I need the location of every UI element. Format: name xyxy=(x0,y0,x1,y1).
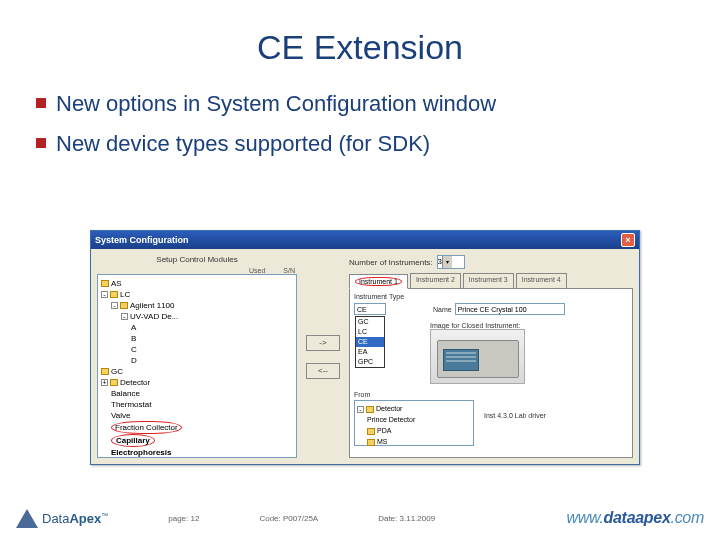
close-icon[interactable]: × xyxy=(621,233,635,247)
type-option[interactable]: GPC xyxy=(356,357,384,367)
tree-node-gc[interactable]: GC xyxy=(111,367,123,376)
tree-node-fraction[interactable]: Fraction Collector xyxy=(115,423,178,432)
tab-instrument-1[interactable]: Instrument 1 xyxy=(349,274,408,289)
module-tree[interactable]: AS -LC -Agilent 1100 -UV-VAD De... A B C… xyxy=(97,274,297,458)
type-selected: CE xyxy=(357,306,367,313)
bullet-square-icon xyxy=(36,138,46,148)
image-hint-label: Image for Closed Instrument: xyxy=(430,322,525,329)
type-option-selected[interactable]: CE xyxy=(356,337,384,347)
bullet-item: New options in System Configuration wind… xyxy=(36,91,690,117)
collapse-icon[interactable]: - xyxy=(101,291,108,298)
page-label: page: xyxy=(168,514,188,523)
left-pane-label: Setup Control Modules xyxy=(97,255,297,264)
window-title: System Configuration xyxy=(95,235,189,245)
company-logo: DataApex™ xyxy=(16,509,108,528)
tab-content: Instrument Type CE GC LC CE EA GPC xyxy=(349,288,633,458)
tab-instrument-4[interactable]: Instrument 4 xyxy=(516,273,567,288)
bullet-text: New options in System Configuration wind… xyxy=(56,91,496,117)
tree-node-thermostat[interactable]: Thermostat xyxy=(111,400,151,409)
tree-node-balance[interactable]: Balance xyxy=(111,389,140,398)
chevron-down-icon[interactable]: ▾ xyxy=(442,256,452,268)
tree-node-detector[interactable]: Detector xyxy=(120,378,150,387)
subtree-pda[interactable]: PDA xyxy=(377,427,391,434)
driver-label: Inst 4.3.0 Lab driver xyxy=(484,412,546,419)
highlight-circle-icon: Instrument 1 xyxy=(355,277,402,286)
folder-icon xyxy=(120,302,128,309)
tree-node-valve[interactable]: Valve xyxy=(111,411,130,420)
from-tree[interactable]: -Detector Prince Detector PDA MS xyxy=(354,400,474,446)
remove-button[interactable]: <-- xyxy=(306,363,340,379)
code-label: Code: xyxy=(259,514,280,523)
tree-node-as[interactable]: AS xyxy=(111,279,122,288)
name-label: Name xyxy=(433,306,452,313)
collapse-icon[interactable]: - xyxy=(121,313,128,320)
subtree-detector[interactable]: Detector xyxy=(376,405,402,412)
instrument-tabs: Instrument 1 Instrument 2 Instrument 3 I… xyxy=(349,273,633,288)
folder-icon xyxy=(367,428,375,435)
company-url: www.dataapex.com xyxy=(567,509,704,527)
header-sn: S/N xyxy=(283,267,295,274)
bullet-text: New device types supported (for SDK) xyxy=(56,131,430,157)
tree-node-agilent[interactable]: Agilent 1100 xyxy=(130,301,174,310)
window-titlebar[interactable]: System Configuration × xyxy=(91,231,639,249)
logo-triangle-icon xyxy=(16,509,38,528)
tab-instrument-2[interactable]: Instrument 2 xyxy=(410,273,461,288)
tree-node-ch-d[interactable]: D xyxy=(131,356,137,365)
name-field[interactable]: Prince CE Crystal 100 xyxy=(455,303,565,315)
folder-icon xyxy=(110,379,118,386)
instrument-count-label: Number of Instruments: xyxy=(349,258,433,267)
add-button[interactable]: -> xyxy=(306,335,340,351)
expand-icon[interactable]: + xyxy=(101,379,108,386)
device-image xyxy=(430,329,525,384)
code-value: P007/25A xyxy=(283,514,318,523)
left-pane: Setup Control Modules Used S/N AS -LC -A… xyxy=(97,255,297,458)
page-number: 12 xyxy=(191,514,200,523)
subtree-prince[interactable]: Prince Detector xyxy=(367,416,415,423)
instrument-type-select[interactable]: CE GC LC CE EA GPC xyxy=(354,303,386,315)
from-label: From xyxy=(354,391,628,398)
system-configuration-window: System Configuration × Setup Control Mod… xyxy=(90,230,640,465)
bullet-square-icon xyxy=(36,98,46,108)
type-option[interactable]: GC xyxy=(356,317,384,327)
tree-node-uvvad[interactable]: UV-VAD De... xyxy=(130,312,178,321)
type-option[interactable]: EA xyxy=(356,347,384,357)
tree-node-electrophoresis[interactable]: Electrophoresis xyxy=(111,448,171,457)
slide-title: CE Extension xyxy=(30,28,690,67)
tree-node-capillary[interactable]: Capillary xyxy=(116,436,150,445)
instrument-count-select[interactable]: 3 ▾ xyxy=(437,255,465,269)
tree-node-lc[interactable]: LC xyxy=(120,290,130,299)
highlight-circle-icon: Capillary xyxy=(111,434,155,447)
date-label: Date: xyxy=(378,514,397,523)
date-value: 3.11.2009 xyxy=(400,514,436,523)
subtree-ms[interactable]: MS xyxy=(377,438,388,445)
footer-meta: page: 12 Code: P007/25A Date: 3.11.2009 xyxy=(168,514,435,523)
folder-icon xyxy=(101,280,109,287)
right-pane: Number of Instruments: 3 ▾ Instrument 1 … xyxy=(349,255,633,458)
transfer-buttons: -> <-- xyxy=(303,255,343,458)
collapse-icon[interactable]: - xyxy=(111,302,118,309)
type-option[interactable]: LC xyxy=(356,327,384,337)
bullet-list: New options in System Configuration wind… xyxy=(36,91,690,157)
folder-icon xyxy=(366,406,374,413)
collapse-icon[interactable]: - xyxy=(357,406,364,413)
slide-footer: DataApex™ page: 12 Code: P007/25A Date: … xyxy=(0,496,720,540)
folder-icon xyxy=(110,291,118,298)
tree-node-ch-a[interactable]: A xyxy=(131,323,136,332)
tree-node-ch-b[interactable]: B xyxy=(131,334,136,343)
tree-node-ch-c[interactable]: C xyxy=(131,345,137,354)
type-dropdown-list: GC LC CE EA GPC xyxy=(355,316,385,368)
logo-text: DataApex™ xyxy=(42,511,108,526)
highlight-circle-icon: Fraction Collector xyxy=(111,421,182,434)
bullet-item: New device types supported (for SDK) xyxy=(36,131,690,157)
folder-icon xyxy=(367,439,375,446)
folder-icon xyxy=(101,368,109,375)
header-used: Used xyxy=(249,267,265,274)
type-label: Instrument Type xyxy=(354,293,404,300)
tab-instrument-3[interactable]: Instrument 3 xyxy=(463,273,514,288)
